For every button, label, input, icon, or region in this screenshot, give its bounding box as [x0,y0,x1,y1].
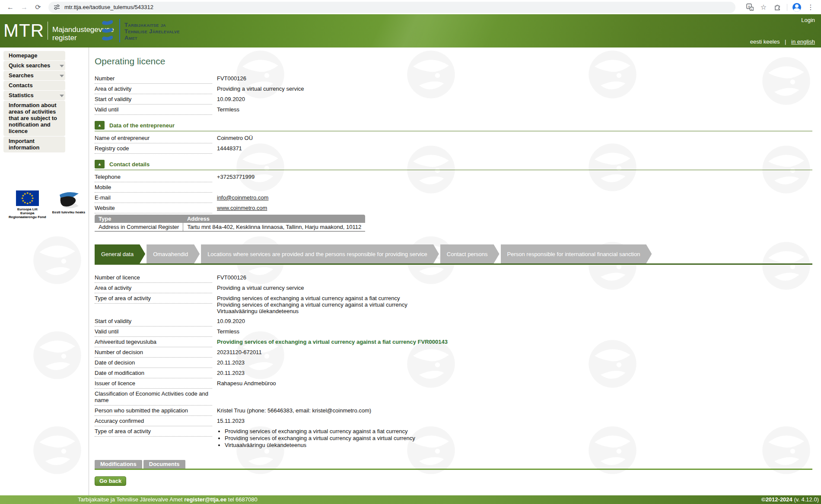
field-value-link[interactable]: www.coinmetro.com [217,205,267,211]
mtr-logo[interactable]: MTR Majandustegevuse register [3,18,114,44]
field-row: Type of area of activityProviding servic… [95,293,812,316]
field-value-list-item: Virtuaalvääringu ülekandeteenus [225,442,812,448]
reload-icon[interactable]: ⟳ [32,2,44,13]
sidebar-item-quick[interactable]: Quick searches [3,61,65,70]
field-label: Start of validity [95,94,212,105]
field-label: Valid until [95,105,212,115]
field-value-link[interactable]: info@coinmetro.com [217,194,268,201]
chevron-down-icon [60,65,64,67]
field-row: Valid untilTermless [95,326,812,337]
field-label: Arhiveeritud tegevusluba [95,337,212,347]
tab-modifications[interactable]: Modifications [95,460,142,469]
field-label: Number of decision [95,347,212,358]
address-table: TypeAddress Address in Commercial Regist… [95,215,365,231]
page-footer: Tarbijakaitse ja Tehnilise Järelevalve A… [0,495,821,504]
eu-regional-fund-logo: ★★★ ★★★ ★★★ ★★★ Euroopa LiitEuroopaRegio… [9,190,46,219]
field-value: 20.11.2023 [217,368,812,378]
svg-text:★: ★ [26,202,29,205]
tab-locations-where-services-are-provided-an[interactable]: Locations where services are provided an… [201,244,439,263]
field-value [217,182,812,192]
go-back-button[interactable]: Go back [95,476,126,486]
page-title: Operating licence [95,56,812,67]
collapse-icon[interactable]: ▲ [95,121,105,130]
field-row: Name of entrepreneurCoinmetro OÜ [95,133,812,143]
sidebar-item-label: Statistics [9,92,34,98]
field-value: 20231120-672011 [217,347,812,357]
coat-divider [119,19,120,42]
footer-agency: Tarbijakaitse ja Tehnilise Järelevalve A… [78,496,183,503]
site-settings-icon[interactable] [54,4,60,10]
field-row: Area of activityProviding a virtual curr… [95,283,812,293]
sidebar-item-important[interactable]: Important information [3,136,65,152]
section-title: Data of the entrepreneur [109,122,175,129]
field-label: Telephone [95,172,212,182]
field-label: Name of entrepreneur [95,133,212,143]
sidebar-item-homepage[interactable]: Homepage [3,51,65,60]
url-bar[interactable]: mtr.ttja.ee/taotluse_tulemus/543312 [48,2,735,13]
tab-omavahendid[interactable]: Omavahendid [146,244,200,263]
sidebar-item-information[interactable]: Information about areas of activities th… [3,101,65,136]
url-text[interactable]: mtr.ttja.ee/taotluse_tulemus/543312 [64,4,153,10]
funding-logos: ★★★ ★★★ ★★★ ★★★ Euroopa LiitEuroopaRegio… [9,190,89,219]
field-value: 14448371 [217,143,812,153]
field-label: Valid until [95,326,212,337]
footer-email[interactable]: register@ttja.ee [184,496,226,503]
field-value-list: Providing services of exchanging a virtu… [217,428,812,448]
field-label: Area of activity [95,84,212,94]
site-header: MTR Majandustegevuse register Tarbijakai… [0,14,821,48]
svg-text:★: ★ [29,201,32,204]
lang-estonian-link[interactable]: eesti keeles [750,38,780,45]
field-value: www.coinmetro.com [217,203,812,213]
field-value: 10.09.2020 [217,316,812,326]
table-cell: Tartu mnt 84a-402, Kesklinna linnaosa, T… [183,223,365,231]
kebab-menu-icon[interactable]: ⋮ [805,2,816,13]
eu-logo-caption-line: Euroopa Liit [9,207,46,211]
svg-text:★: ★ [22,200,24,202]
field-label: Type of area of activity [95,426,212,437]
sidebar-item-label: Quick searches [9,62,50,69]
field-value-line: Providing services of exchanging a virtu… [217,301,812,308]
field-row: Number of decision20231120-672011 [95,347,812,358]
field-value: Coinmetro OÜ [217,133,812,143]
back-icon[interactable]: ← [5,2,16,13]
eesti-tuleviku-heaks-logo: Eesti tuleviku heaks [52,190,85,214]
sidebar-item-statistics[interactable]: Statistics [3,91,65,100]
field-value: 10.09.2020 [217,94,812,104]
three-lions-icon [100,19,115,43]
field-row: Mobile [95,182,812,193]
archived-licence-link[interactable]: Providing services of exchanging a virtu… [217,339,448,345]
tab-person-responsible-for-international-fin[interactable]: Person responsible for international fin… [501,244,652,263]
tab-contact-persons[interactable]: Contact persons [440,244,500,263]
field-label: Person who submitted the application [95,406,212,416]
bookmark-star-icon[interactable]: ☆ [758,2,769,13]
lang-english-link[interactable]: in english [791,38,815,45]
profile-avatar[interactable] [792,3,801,12]
field-value: FVT000126 [217,273,812,282]
section-title: Contact details [109,161,150,168]
svg-text:★: ★ [24,193,26,195]
sidebar: HomepageQuick searchesSearchesContactsSt… [0,48,89,495]
field-label: Date of modification [95,368,212,378]
field-row: Date of modification20.11.2023 [95,368,812,378]
tab-documents[interactable]: Documents [143,460,185,469]
agency-name: Tarbijakaitse ja Tehnilise Järelevalve A… [124,21,180,41]
sidebar-item-contacts[interactable]: Contacts [3,81,65,90]
extensions-icon[interactable] [772,2,783,13]
field-label: Number of licence [95,273,212,283]
section-entrepreneur: ▲ Data of the entrepreneur [95,121,812,131]
field-value: Termless [217,105,812,114]
field-label: Classification of Economic Activities co… [95,389,212,406]
field-value: Providing services of exchanging a virtu… [217,337,812,347]
collapse-icon[interactable]: ▲ [95,160,105,168]
tab-general-data[interactable]: General data [95,244,145,263]
field-row: Issuer of licenceRahapesu Andmebüroo [95,378,812,389]
login-link[interactable]: Login [801,17,815,23]
field-row: Arhiveeritud tegevuslubaProviding servic… [95,337,812,347]
field-label: Registry code [95,143,212,154]
sidebar-item-searches[interactable]: Searches [3,71,65,80]
field-value: 15.11.2023 [217,416,812,426]
field-label: Issuer of licence [95,378,212,389]
forward-icon[interactable]: → [19,2,30,13]
translate-icon[interactable]: A a [744,2,755,13]
field-row: Person who submitted the applicationKris… [95,406,812,416]
